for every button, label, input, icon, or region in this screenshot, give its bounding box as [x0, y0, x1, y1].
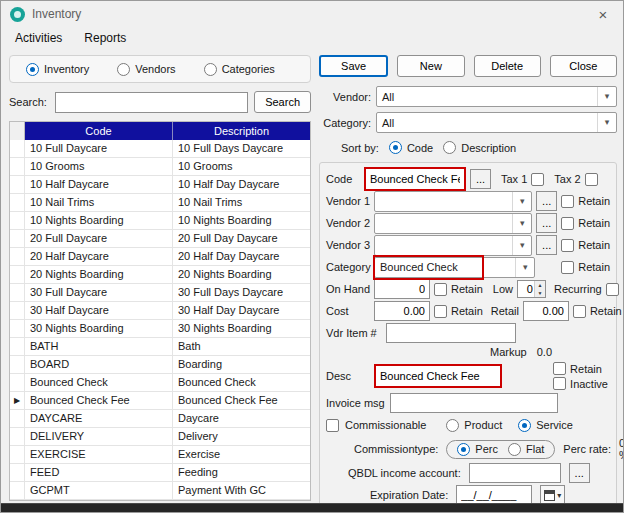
right-pane: Save New Delete Close Vendor: All ▾ Cate… — [319, 55, 617, 507]
qbdl-lookup-button[interactable]: ... — [569, 463, 590, 483]
vendor1-retain-checkbox[interactable] — [561, 195, 574, 208]
table-row[interactable]: 10 Full Daycare10 Full Days Daycare — [10, 140, 310, 158]
table-row[interactable]: EXERCISEExercise — [10, 446, 310, 464]
expiration-date-input[interactable] — [456, 485, 532, 505]
row-marker — [10, 194, 25, 211]
cell-description: 30 Nights Boarding — [173, 320, 310, 337]
chevron-down-icon[interactable]: ▾ — [597, 113, 616, 132]
row-marker — [10, 212, 25, 229]
chevron-down-icon[interactable]: ▾ — [512, 192, 531, 211]
vendor3-lookup-button[interactable]: ... — [536, 235, 557, 255]
retail-label: Retail — [491, 305, 519, 317]
low-stepper[interactable]: ▲ ▼ — [517, 280, 546, 298]
on-hand-input[interactable] — [374, 279, 430, 299]
chevron-down-icon[interactable]: ▾ — [512, 214, 531, 233]
search-button[interactable]: Search — [254, 91, 311, 113]
table-row[interactable]: DAYCAREDaycare — [10, 410, 310, 428]
table-row[interactable]: 30 Half Daycare30 Half Day Daycare — [10, 302, 310, 320]
vendor1-dropdown[interactable]: ▾ — [374, 191, 532, 212]
markup-value: 0.0 — [537, 346, 552, 358]
code-lookup-button[interactable]: ... — [470, 169, 491, 189]
service-radio[interactable]: Service — [518, 419, 573, 432]
menu-reports[interactable]: Reports — [84, 31, 126, 45]
table-row[interactable]: BOARDBoarding — [10, 356, 310, 374]
vdr-item-input[interactable] — [386, 323, 516, 343]
table-row[interactable]: Bounced CheckBounced Check — [10, 374, 310, 392]
spin-down-icon[interactable]: ▼ — [535, 289, 545, 297]
header-code[interactable]: Code — [25, 122, 173, 140]
save-button[interactable]: Save — [319, 55, 388, 77]
category-filter-dropdown[interactable]: All ▾ — [376, 112, 617, 133]
table-row[interactable]: 20 Nights Boarding20 Nights Boarding — [10, 266, 310, 284]
inactive-label: Inactive — [570, 378, 608, 390]
table-row[interactable]: 10 Nights Boarding10 Nights Boarding — [10, 212, 310, 230]
table-row[interactable]: 30 Nights Boarding30 Nights Boarding — [10, 320, 310, 338]
code-input[interactable] — [366, 169, 464, 189]
table-row[interactable]: 30 Full Daycare30 Full Days Daycare — [10, 284, 310, 302]
chevron-down-icon[interactable]: ▾ — [597, 87, 616, 106]
vendor3-dropdown[interactable]: ▾ — [374, 235, 532, 256]
vendor-filter-value: All — [377, 91, 597, 103]
flat-radio[interactable]: Flat — [508, 443, 544, 456]
vendor-filter-dropdown[interactable]: All ▾ — [376, 86, 617, 107]
sort-by-code[interactable]: Code — [389, 141, 433, 154]
vendor3-retain-checkbox[interactable] — [561, 239, 574, 252]
close-icon[interactable]: × — [592, 6, 614, 23]
search-input[interactable] — [55, 92, 248, 113]
desc-input[interactable] — [376, 366, 500, 386]
table-row[interactable]: 20 Full Daycare20 Full Day Daycare — [10, 230, 310, 248]
table-row[interactable]: BATHBath — [10, 338, 310, 356]
desc-retain-checkbox[interactable] — [553, 362, 566, 375]
chevron-down-icon[interactable]: ▾ — [512, 236, 531, 255]
delete-button[interactable]: Delete — [474, 55, 541, 77]
date-picker-button[interactable]: ▾ — [540, 485, 565, 505]
code-label: Code — [326, 173, 360, 185]
desc-retain-label: Retain — [570, 363, 602, 375]
vendor2-lookup-button[interactable]: ... — [536, 213, 557, 233]
view-selector: Inventory Vendors Categories — [9, 55, 311, 83]
invoice-msg-input[interactable] — [390, 393, 558, 413]
category-dropdown[interactable]: Bounced Check ▾ — [374, 257, 535, 278]
cost-retain-checkbox[interactable] — [434, 305, 447, 318]
table-row[interactable]: FEEDFeeding — [10, 464, 310, 482]
retail-input[interactable] — [523, 301, 569, 321]
low-input[interactable] — [518, 281, 534, 297]
inactive-checkbox[interactable] — [553, 377, 566, 390]
table-row[interactable]: GCPMTPayment With GC — [10, 482, 310, 500]
table-row[interactable]: ▶Bounced Check FeeBounced Check Fee — [10, 392, 310, 410]
vendor1-lookup-button[interactable]: ... — [536, 191, 557, 211]
vendor2-dropdown[interactable]: ▾ — [374, 213, 532, 234]
qbdl-input[interactable] — [469, 463, 561, 483]
vendor3-label: Vendor 3 — [326, 239, 370, 251]
commission-type-label: Commissiontype: — [354, 443, 438, 455]
tax2-checkbox[interactable] — [585, 173, 598, 186]
inactive-option[interactable]: Inactive — [553, 377, 608, 390]
cost-input[interactable] — [374, 301, 430, 321]
table-row[interactable]: DELIVERYDelivery — [10, 428, 310, 446]
code-highlight-box — [364, 167, 466, 191]
chevron-down-icon[interactable]: ▾ — [515, 258, 534, 277]
radio-inventory[interactable]: Inventory — [26, 63, 89, 76]
spin-up-icon[interactable]: ▲ — [535, 281, 545, 289]
sort-by-description[interactable]: Description — [443, 141, 516, 154]
category-retain-checkbox[interactable] — [561, 261, 574, 274]
radio-vendors[interactable]: Vendors — [117, 63, 175, 76]
commissionable-checkbox[interactable] — [326, 419, 339, 432]
retail-retain-checkbox[interactable] — [573, 305, 586, 318]
recurring-checkbox[interactable] — [606, 283, 619, 296]
table-row[interactable]: 10 Half Daycare10 Half Day Daycare — [10, 176, 310, 194]
menu-activities[interactable]: Activities — [15, 31, 62, 45]
perc-radio[interactable]: Perc — [457, 443, 498, 456]
table-row[interactable]: 20 Half Daycare20 Half Day Daycare — [10, 248, 310, 266]
on-hand-retain-checkbox[interactable] — [434, 283, 447, 296]
header-description[interactable]: Description — [173, 122, 310, 140]
table-row[interactable]: 10 Grooms10 Grooms — [10, 158, 310, 176]
new-button[interactable]: New — [397, 55, 464, 77]
vendor2-retain-checkbox[interactable] — [561, 217, 574, 230]
table-row[interactable]: 10 Nail Trims10 Nail Trims — [10, 194, 310, 212]
tax1-checkbox[interactable] — [531, 173, 544, 186]
desc-retain-option[interactable]: Retain — [553, 362, 608, 375]
product-radio[interactable]: Product — [446, 419, 502, 432]
radio-categories[interactable]: Categories — [204, 63, 275, 76]
close-button[interactable]: Close — [550, 55, 617, 77]
